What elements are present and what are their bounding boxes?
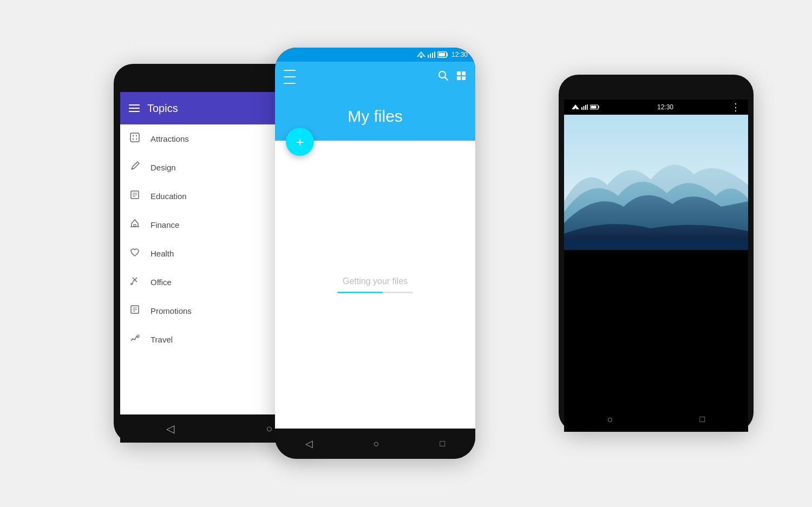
fab-plus-icon: + [296, 135, 304, 149]
svg-rect-25 [587, 104, 588, 110]
phone-right-screen: 12:30 ⋮ [564, 100, 748, 407]
drawer-menu-icon[interactable] [129, 104, 140, 112]
travel-icon [129, 333, 141, 346]
search-icon[interactable] [437, 70, 449, 84]
finance-icon [129, 218, 141, 232]
content-area: Getting your files [275, 141, 475, 429]
svg-rect-24 [585, 105, 586, 110]
education-icon [129, 189, 141, 203]
svg-point-5 [137, 335, 139, 337]
svg-rect-23 [584, 106, 585, 110]
svg-rect-29 [564, 239, 748, 250]
promotions-label: Promotions [150, 306, 192, 315]
svg-point-15 [439, 71, 446, 78]
svg-rect-0 [130, 133, 139, 142]
center-home-icon[interactable]: ○ [374, 438, 379, 450]
right-time: 12:30 [657, 103, 673, 111]
svg-rect-17 [462, 71, 466, 75]
hero-title: My files [348, 107, 403, 126]
travel-label: Travel [150, 335, 173, 344]
svg-rect-18 [457, 76, 461, 80]
svg-rect-16 [457, 71, 461, 75]
svg-point-21 [575, 108, 577, 110]
center-recents-icon[interactable]: □ [440, 439, 445, 449]
status-bar: 12:30 [275, 48, 475, 62]
loading-bar [337, 292, 413, 293]
center-nav-bar: ◁ ○ □ [275, 429, 475, 459]
right-status-icons [572, 104, 600, 110]
education-label: Education [150, 192, 187, 201]
svg-rect-19 [462, 76, 466, 80]
design-icon [129, 161, 141, 174]
center-time: 12:30 [451, 51, 468, 58]
app-bar-left [284, 68, 296, 85]
office-icon [129, 275, 141, 289]
phone-center: 12:30 [275, 48, 475, 459]
app-bar [275, 62, 475, 92]
more-icon[interactable]: ⋮ [731, 101, 741, 113]
right-nav-bar: ○ □ [564, 407, 748, 432]
svg-rect-22 [581, 107, 582, 110]
health-label: Health [150, 249, 174, 258]
loading-bar-fill [337, 292, 383, 293]
attractions-label: Attractions [150, 134, 189, 143]
svg-rect-12 [434, 51, 435, 58]
phone-center-screen: 12:30 [275, 48, 475, 459]
svg-rect-14 [438, 53, 445, 56]
svg-rect-10 [430, 54, 431, 58]
back-icon[interactable]: ◁ [166, 422, 174, 435]
right-recents-icon[interactable]: □ [699, 414, 705, 424]
promotions-icon [129, 304, 141, 318]
grid-icon[interactable] [456, 70, 467, 84]
menu-icon[interactable] [284, 68, 296, 85]
drawer-title: Topics [147, 102, 178, 115]
svg-point-8 [420, 56, 422, 58]
status-icons [417, 51, 448, 58]
svg-rect-11 [432, 52, 433, 58]
mountain-image [564, 115, 748, 250]
svg-rect-9 [428, 55, 429, 58]
design-label: Design [150, 163, 176, 172]
attractions-icon [129, 132, 141, 146]
phone-right: 12:30 ⋮ [559, 75, 754, 432]
svg-rect-27 [591, 106, 597, 109]
center-back-icon[interactable]: ◁ [305, 438, 313, 450]
office-label: Office [150, 278, 172, 287]
app-bar-right [437, 70, 467, 84]
loading-text: Getting your files [343, 276, 408, 286]
right-home-icon[interactable]: ○ [607, 414, 613, 425]
health-icon [129, 247, 141, 260]
fab-button[interactable]: + [286, 128, 314, 156]
home-icon[interactable]: ○ [266, 423, 272, 435]
finance-label: Finance [150, 220, 179, 229]
right-status-bar: 12:30 ⋮ [564, 100, 748, 115]
